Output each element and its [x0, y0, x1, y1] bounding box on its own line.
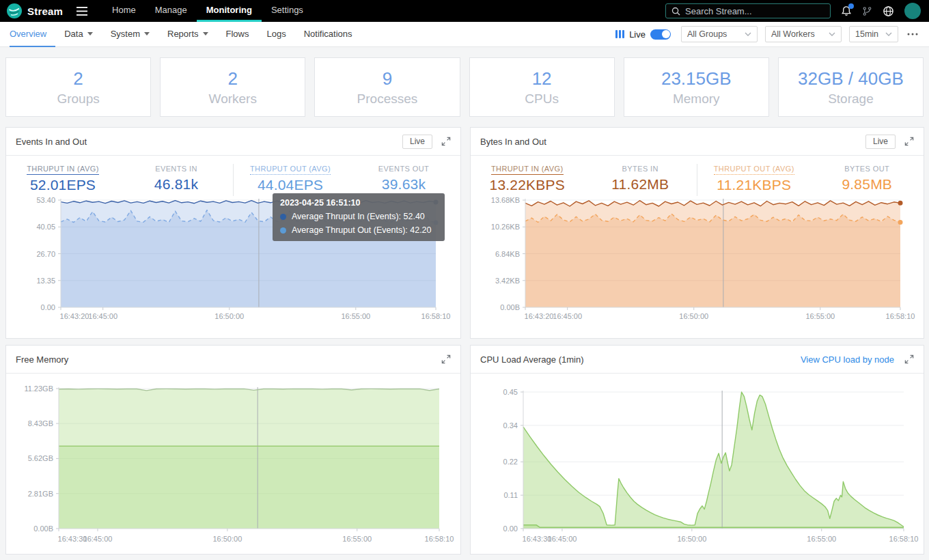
- brand[interactable]: Stream: [7, 3, 63, 18]
- globe-icon[interactable]: [883, 5, 894, 17]
- user-avatar[interactable]: [904, 3, 921, 19]
- topnav-home[interactable]: Home: [102, 0, 145, 22]
- toolbar-controls: Live All Groups All Workers 15min: [615, 26, 919, 42]
- stat-bytes-in: BYTES IN 11.62MB: [584, 162, 697, 193]
- hamburger-icon[interactable]: [77, 7, 87, 16]
- svg-text:16:45:00: 16:45:00: [548, 535, 577, 543]
- series-dot-icon: [280, 214, 286, 220]
- svg-text:2.81GB: 2.81GB: [28, 490, 53, 498]
- svg-text:16:58:10: 16:58:10: [425, 535, 454, 543]
- topnav-settings[interactable]: Settings: [262, 0, 313, 22]
- card-processes: 9 Processes: [314, 57, 460, 117]
- svg-text:0.00B: 0.00B: [33, 524, 53, 533]
- panel-title: Free Memory: [16, 354, 441, 365]
- free-memory-panel-header: Free Memory: [6, 346, 460, 374]
- tooltip-text: Average Thruput In (Events): 52.40: [292, 212, 425, 221]
- search-icon: [671, 7, 680, 16]
- stat-thruput-in: THRUPUT IN (AVG) 52.01EPS: [6, 162, 120, 193]
- svg-text:16:58:10: 16:58:10: [889, 535, 919, 543]
- svg-text:0.00B: 0.00B: [500, 303, 520, 311]
- svg-text:6.84KB: 6.84KB: [495, 250, 520, 258]
- search-box[interactable]: [665, 3, 831, 18]
- stat-value: 9.85MB: [811, 176, 924, 193]
- svg-text:3.42KB: 3.42KB: [495, 277, 520, 285]
- svg-text:16:55:00: 16:55:00: [341, 312, 370, 320]
- stat-label: BYTES IN: [622, 165, 658, 174]
- stat-thruput-in: THRUPUT IN (AVG) 13.22KBPS: [471, 162, 584, 193]
- svg-text:5.62GB: 5.62GB: [28, 454, 53, 462]
- workers-select-value: All Workers: [771, 29, 815, 39]
- stat-value: 11.21KBPS: [697, 177, 811, 193]
- card-label: Memory: [673, 92, 720, 107]
- brand-name: Stream: [27, 5, 63, 17]
- stat-value: 13.22KBPS: [471, 177, 584, 193]
- svg-text:0.34: 0.34: [503, 421, 518, 430]
- workers-select[interactable]: All Workers: [765, 26, 842, 42]
- tooltip-text: Average Thruput Out (Events): 42.20: [292, 225, 432, 235]
- live-badge-button[interactable]: Live: [402, 135, 432, 149]
- bytes-panel: Bytes In and Out Live THRUPUT IN (AVG) 1…: [470, 127, 924, 339]
- tab-label: Notifications: [304, 29, 352, 39]
- view-cpu-by-node-link[interactable]: View CPU load by node: [801, 354, 894, 365]
- live-badge-button[interactable]: Live: [865, 135, 896, 149]
- cpu-load-chart: 0.450.340.220.110.0016:43:3016:45:0016:5…: [471, 374, 924, 554]
- svg-text:26.70: 26.70: [36, 250, 55, 258]
- tab-reports[interactable]: Reports: [158, 22, 217, 47]
- svg-text:16:55:00: 16:55:00: [805, 312, 835, 320]
- card-storage: 32GB / 40GB Storage: [778, 57, 924, 117]
- tooltip-row: Average Thruput Out (Events): 42.20: [280, 225, 437, 235]
- groups-select[interactable]: All Groups: [681, 26, 758, 42]
- timerange-select[interactable]: 15min: [849, 26, 898, 42]
- toggle-knob: [662, 30, 670, 38]
- stat-label: THRUPUT OUT (AVG): [250, 165, 331, 175]
- stat-value: 39.63k: [347, 176, 460, 193]
- svg-text:0.00: 0.00: [41, 303, 55, 311]
- stat-label: THRUPUT IN (AVG): [27, 165, 99, 175]
- expand-icon[interactable]: [441, 354, 451, 364]
- tab-overview[interactable]: Overview: [10, 22, 55, 47]
- topnav-monitoring[interactable]: Monitoring: [197, 0, 262, 22]
- series-dot-icon: [280, 227, 286, 234]
- svg-text:16:50:00: 16:50:00: [212, 535, 242, 543]
- timerange-select-value: 15min: [855, 29, 878, 39]
- svg-text:16:58:10: 16:58:10: [886, 312, 915, 320]
- svg-text:16:45:00: 16:45:00: [88, 312, 117, 320]
- chevron-down-icon: [203, 32, 208, 36]
- more-options-icon[interactable]: [906, 31, 919, 37]
- expand-icon[interactable]: [904, 354, 914, 364]
- events-stats-row: THRUPUT IN (AVG) 52.01EPS EVENTS IN 46.8…: [6, 156, 460, 195]
- tab-data[interactable]: Data: [55, 22, 101, 47]
- expand-icon[interactable]: [904, 137, 914, 146]
- stat-events-out: EVENTS OUT 39.63k: [347, 162, 460, 193]
- tab-flows[interactable]: Flows: [217, 22, 258, 47]
- notifications-bell-icon[interactable]: [841, 5, 852, 16]
- live-toggle[interactable]: [650, 29, 671, 40]
- card-label: Groups: [57, 92, 99, 107]
- tab-logs[interactable]: Logs: [258, 22, 294, 47]
- free-memory-chart: 11.23GB8.43GB5.62GB2.81GB0.00B16:43:3016…: [6, 374, 461, 554]
- stat-value: 44.04EPS: [234, 177, 347, 193]
- card-cpus: 12 CPUs: [469, 57, 615, 117]
- chevron-down-icon: [87, 32, 93, 36]
- chevron-down-icon: [144, 32, 150, 36]
- card-value: 2: [228, 68, 238, 89]
- chevron-down-icon: [885, 32, 892, 36]
- svg-text:16:50:00: 16:50:00: [679, 312, 708, 320]
- stat-bytes-out: BYTES OUT 9.85MB: [811, 162, 924, 193]
- svg-text:8.43GB: 8.43GB: [28, 419, 53, 428]
- svg-text:10.26KB: 10.26KB: [491, 223, 520, 231]
- expand-icon[interactable]: [441, 137, 451, 146]
- topnav-manage[interactable]: Manage: [145, 0, 197, 22]
- svg-text:16:43:20: 16:43:20: [525, 312, 554, 320]
- search-input[interactable]: [685, 6, 824, 16]
- tab-system[interactable]: System: [102, 22, 158, 47]
- svg-text:16:55:00: 16:55:00: [342, 535, 372, 543]
- live-label: Live: [629, 29, 646, 40]
- svg-text:16:45:00: 16:45:00: [83, 535, 113, 543]
- live-bars-icon: [615, 30, 624, 38]
- tab-notifications[interactable]: Notifications: [295, 22, 361, 47]
- topbar: Stream Home Manage Monitoring Settings: [0, 0, 929, 22]
- tab-label: System: [111, 29, 140, 39]
- stat-value: 11.62MB: [584, 176, 697, 193]
- git-branch-icon[interactable]: [862, 6, 872, 16]
